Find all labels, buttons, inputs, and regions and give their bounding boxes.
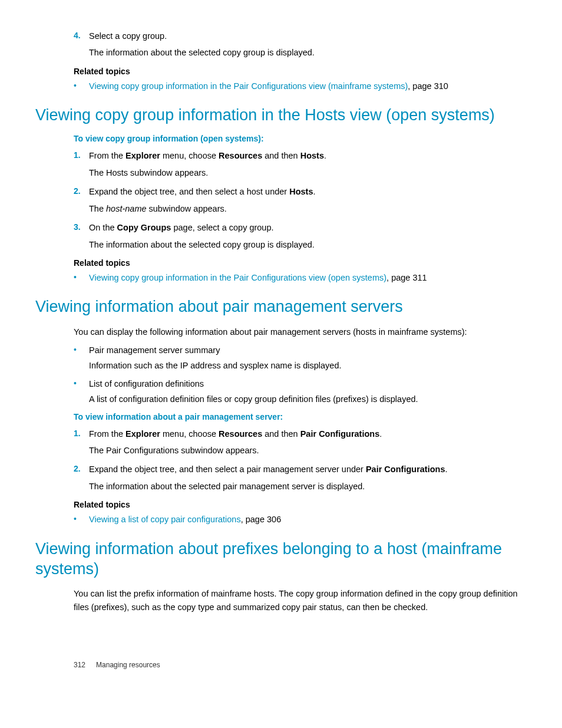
intro-paragraph: You can display the following informatio… — [74, 325, 527, 338]
procedure-subhead: To view copy group information (open sys… — [74, 134, 527, 143]
bold: Pair Configurations — [300, 429, 380, 439]
bullet-icon: • — [74, 80, 89, 92]
text: menu, choose — [160, 151, 219, 160]
step-sub: The Hosts subwindow appears. — [89, 166, 527, 179]
text: and then — [262, 429, 300, 439]
list-item-sub: A list of configuration definition files… — [89, 393, 527, 406]
list-item-body: Select a copy group. The information abo… — [89, 29, 527, 60]
bullet-icon: • — [74, 513, 89, 525]
procedure-subhead: To view information about a pair managem… — [74, 412, 527, 421]
list-item-body: Pair management server summary Informati… — [89, 344, 527, 373]
bold: Pair Configurations — [366, 465, 445, 474]
text: Expand the object tree, and then select … — [89, 187, 289, 196]
bold: Copy Groups — [117, 223, 171, 232]
bullet-icon: • — [74, 271, 89, 284]
related-page-ref: , page 310 — [408, 81, 448, 91]
text: . — [313, 187, 315, 196]
section-heading-pair-servers: Viewing information about pair managemen… — [35, 297, 527, 317]
list-number: 2. — [74, 463, 89, 475]
bold: Hosts — [289, 187, 313, 196]
list-item-body: On the Copy Groups page, select a copy g… — [89, 221, 527, 251]
list-item-body: List of configuration definitions A list… — [89, 377, 527, 406]
list-item-body: Expand the object tree, and then select … — [89, 463, 527, 493]
step-sub: The information about the selected pair … — [89, 480, 527, 493]
list-number: 1. — [74, 149, 89, 162]
related-topics-heading: Related topics — [74, 258, 527, 268]
list-item-body: From the Explorer menu, choose Resources… — [89, 149, 527, 179]
text: . — [379, 429, 382, 439]
bullet-icon: • — [74, 377, 89, 390]
step-sub: The Pair Configurations subwindow appear… — [89, 444, 527, 457]
text: . — [445, 465, 447, 474]
text: The — [89, 204, 106, 213]
text: Pair management server summary — [89, 345, 220, 355]
bold: Hosts — [300, 151, 324, 160]
footer-title: Managing resources — [96, 661, 160, 669]
page-number: 312 — [74, 661, 85, 669]
related-topics-heading: Related topics — [74, 67, 527, 76]
list-number: 1. — [74, 427, 89, 440]
related-page-ref: , page 311 — [386, 273, 427, 282]
related-item: Viewing a list of copy pair configuratio… — [89, 513, 527, 526]
step-text: Select a copy group. — [89, 31, 167, 41]
text: From the — [89, 429, 125, 439]
intro-paragraph: You can list the prefix information of m… — [74, 587, 527, 614]
text: List of configuration definitions — [89, 379, 204, 388]
step-sub: The information about the selected copy … — [89, 238, 527, 251]
section-heading-prefixes: Viewing information about prefixes belon… — [35, 539, 527, 579]
text: page, select a copy group. — [171, 223, 273, 232]
italic: host-name — [106, 204, 147, 213]
text: . — [324, 151, 326, 160]
text: and then — [262, 151, 300, 160]
related-item: Viewing copy group information in the Pa… — [89, 80, 527, 93]
list-item-sub: Information such as the IP address and s… — [89, 359, 527, 372]
related-topics-heading: Related topics — [74, 500, 527, 509]
related-link[interactable]: Viewing a list of copy pair configuratio… — [89, 515, 241, 524]
section-heading-hosts-view: Viewing copy group information in the Ho… — [35, 106, 527, 126]
page-footer: 312Managing resources — [74, 661, 527, 669]
bold: Explorer — [125, 151, 160, 160]
bold: Resources — [219, 151, 262, 160]
related-item: Viewing copy group information in the Pa… — [89, 271, 527, 284]
text: subwindow appears. — [147, 204, 227, 213]
list-item-body: Expand the object tree, and then select … — [89, 185, 527, 215]
bold: Resources — [219, 429, 262, 439]
text: On the — [89, 223, 117, 232]
text: Expand the object tree, and then select … — [89, 465, 366, 474]
related-page-ref: , page 306 — [241, 515, 282, 524]
list-number: 3. — [74, 221, 89, 233]
list-item-body: From the Explorer menu, choose Resources… — [89, 427, 527, 457]
list-number: 2. — [74, 185, 89, 197]
bullet-icon: • — [74, 344, 89, 356]
step-sub: The host-name subwindow appears. — [89, 202, 527, 215]
text: From the — [89, 151, 125, 160]
related-link[interactable]: Viewing copy group information in the Pa… — [89, 273, 386, 282]
related-link[interactable]: Viewing copy group information in the Pa… — [89, 81, 408, 91]
step-sub: The information about the selected copy … — [89, 46, 527, 59]
text: menu, choose — [160, 429, 219, 439]
list-number: 4. — [74, 29, 89, 42]
bold: Explorer — [125, 429, 160, 439]
